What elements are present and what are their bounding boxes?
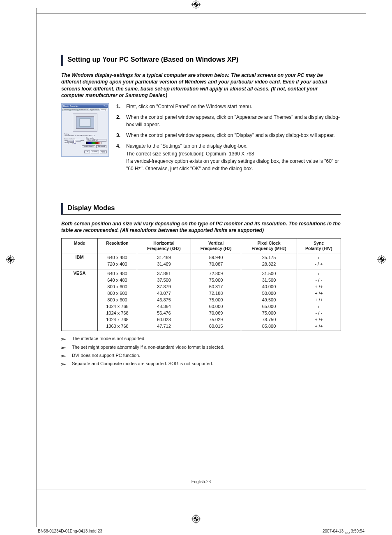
note-item: ➣Separate and Composite modes are suppor… (61, 360, 341, 368)
dialog-res-slider (67, 140, 81, 142)
note-arrow-icon: ➣ (60, 360, 69, 368)
footer-file: BN68-01234D-01Eng-0413.indd 23 (38, 529, 102, 533)
table-header-cell: HorizontalFrequency (kHz) (137, 238, 191, 253)
table-cell: 31.50031.50040.00050.00049.50065.00075.0… (241, 269, 297, 331)
display-properties-dialog-thumb: Display Properties ? ✕ Themes Desktop Sc… (61, 103, 109, 157)
table-cell: 72.80975.00060.31772.18875.00060.00070.0… (191, 269, 241, 331)
dialog-display-value: Default Monitor on NVIDIA GeForce FX 520… (64, 135, 95, 137)
table-header-cell: VerticalFrequency (Hz) (191, 238, 241, 253)
note-item: ➣The interface mode is not supported. (61, 335, 341, 343)
step-item: 2.When the control panel window appears,… (116, 114, 341, 129)
dialog-more: More (81, 140, 84, 141)
display-modes-table: ModeResolutionHorizontalFrequency (kHz)V… (61, 238, 341, 331)
step-body: When the control panel window appears, c… (126, 132, 334, 139)
table-header-cell: SyncPolarity (H/V) (297, 238, 341, 253)
table-cell: 640 x 480640 x 480800 x 600800 x 600800 … (98, 269, 137, 331)
note-text: Separate and Composite modes are support… (72, 360, 213, 368)
dialog-less: Less (64, 140, 67, 141)
step-number: 3. (116, 132, 122, 139)
note-text: The interface mode is not supported. (72, 335, 145, 343)
step-item: 1.First, click on "Control Panel" on the… (116, 103, 341, 111)
dialog-color-quality: Highest (32 bit) (86, 139, 106, 142)
step-item: 4.Navigate to the "Settings" tab on the … (116, 143, 341, 173)
dialog-tab-themes: Themes (62, 109, 70, 111)
reg-mark-right (377, 255, 386, 264)
step-body: First, click on "Control Panel" on the W… (126, 103, 252, 111)
table-cell: - / -- / + (297, 253, 341, 269)
section-heading-setting-up: Setting up Your PC Software (Based on Wi… (61, 55, 341, 66)
step-number: 2. (116, 114, 122, 129)
reg-mark-top (191, 0, 201, 9)
dialog-tab-screensaver: Screen Saver (78, 109, 89, 111)
step-body: Navigate to the "Settings" tab on the di… (126, 143, 341, 173)
table-header-cell: Pixel ClockFrequency (MHz) (241, 238, 297, 253)
table-header-cell: Mode (62, 238, 98, 253)
notes-list: ➣The interface mode is not supported.➣Th… (61, 335, 341, 368)
table-cell: 640 x 480720 x 400 (98, 253, 137, 269)
note-item: ➣The set might operate abnormally if a n… (61, 344, 341, 352)
dialog-advanced: Advanced (96, 145, 106, 148)
table-cell: 37.86137.50037.87948.07746.87548.36456.4… (137, 269, 191, 331)
note-arrow-icon: ➣ (60, 335, 69, 343)
section-heading-display-modes: Display Modes (61, 203, 341, 215)
intro-text-setting-up: The Windows display-settings for a typic… (61, 72, 341, 99)
table-row: IBM640 x 480720 x 40031.46931.46959.9407… (62, 253, 341, 269)
note-text: The set might operate abnormally if a no… (72, 344, 224, 352)
step-number: 4. (116, 143, 122, 173)
table-cell: 59.94070.087 (191, 253, 241, 269)
intro-text-display-modes: Both screen position and size will vary … (61, 220, 341, 234)
note-arrow-icon: ➣ (60, 344, 69, 352)
page-number: English-23 (61, 479, 341, 484)
note-item: ➣DVI does not support PC function. (61, 352, 341, 360)
table-cell: 31.46931.469 (137, 253, 191, 269)
dialog-title: Display Properties (63, 104, 78, 108)
dialog-apply: Apply (100, 151, 107, 153)
steps-list: 1.First, click on "Control Panel" on the… (116, 103, 341, 176)
dialog-troubleshoot: Troubleshoot... (82, 145, 95, 148)
table-cell: 25.17528.322 (241, 253, 297, 269)
note-text: DVI does not support PC function. (72, 352, 140, 360)
table-cell-mode: VESA (62, 269, 98, 331)
step-body: When the control panel window appears, c… (126, 114, 341, 129)
reg-mark-left (6, 255, 15, 264)
dialog-tab-settings: Settings (100, 109, 107, 111)
step-item: 3.When the control panel window appears,… (116, 132, 341, 139)
footer-time: 2007-04-13 ␣␣ 3:59:54 (323, 529, 364, 533)
dialog-tab-appearance: Appearance (90, 109, 99, 111)
note-arrow-icon: ➣ (60, 352, 69, 360)
table-row: VESA640 x 480640 x 480800 x 600800 x 600… (62, 269, 341, 331)
table-cell: - / -- / -+ /++ /++ /+- / -- / -+ /++ /+ (297, 269, 341, 331)
step-number: 1. (116, 103, 122, 111)
dialog-cancel: Cancel (91, 151, 99, 153)
dialog-tab-desktop: Desktop (70, 109, 78, 111)
table-cell-mode: IBM (62, 253, 98, 269)
dialog-ok: OK (84, 151, 90, 153)
table-header-cell: Resolution (98, 238, 137, 253)
